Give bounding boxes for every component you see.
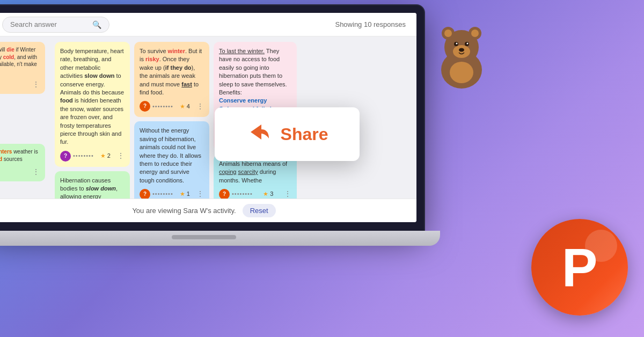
more-menu-icon[interactable]: ⋮ [196,189,204,199]
edge-card-2: sh winters weather is d food sources ★ 3… [0,144,45,181]
app-footer: You are viewing Sara W's activity. Reset [0,199,416,222]
star-icon: ★ [180,102,185,111]
ppt-circle: P [531,219,628,316]
card-survive-winter: To survive winter. But it is risky. Once… [134,42,209,117]
more-menu-icon[interactable]: ⋮ [196,101,204,112]
viewing-text: You are viewing Sara W's activity. [132,207,236,215]
search-input[interactable] [10,20,88,28]
avatar: ? [219,189,230,199]
svg-point-9 [456,43,458,45]
avatar: ? [140,101,150,112]
more-menu-icon[interactable]: ⋮ [32,79,40,90]
password-dots: •••••••• [73,152,94,160]
share-label: Share [281,124,328,144]
search-bar[interactable]: 🔍 [2,17,109,33]
powerpoint-logo: P [531,219,628,316]
more-menu-icon[interactable]: ⋮ [117,151,125,162]
svg-point-11 [459,48,464,52]
password-dots: •••••••• [152,102,173,111]
card-animals-hiberna: Animals hiberna means of coping scarcity… [214,155,297,199]
star-count: 1 [187,190,190,198]
card-body-temp: Body temperature, heart rate, breathing,… [55,42,130,167]
password-dots: •••••••• [152,190,173,198]
svg-point-10 [467,43,469,45]
share-icon [246,119,272,150]
card-hibernation-slow: Hibernation causes bodies to slow down, … [55,171,130,199]
card-column-1: Body temperature, heart rate, breathing,… [55,42,130,193]
more-menu-icon[interactable]: ⋮ [284,189,291,199]
app-header: 🔍 Showing 10 responses [0,13,416,36]
search-icon: 🔍 [92,20,101,29]
laptop-screen: 🔍 Showing 10 responses they will die if … [0,5,424,231]
star-badge: ★ 2 [100,152,111,160]
bear-character [429,16,494,91]
card-energy-saving: Without the energy saving of hibernation… [134,121,209,199]
star-count: 3 [270,190,273,198]
star-badge: ★ 1 [180,190,190,198]
svg-point-5 [471,30,479,37]
star-badge: ★ 3 [263,190,273,198]
reset-button[interactable]: Reset [243,204,276,217]
svg-point-12 [450,62,473,83]
password-dots: •••••••• [232,190,253,198]
edge-card-1: they will die if Winter is very cold, an… [0,42,45,94]
laptop-base [0,231,440,246]
card-column-2: To survive winter. But it is risky. Once… [134,42,209,193]
star-icon: ★ [263,190,268,198]
responses-count: Showing 10 responses [335,20,406,28]
avatar: ? [140,189,150,199]
svg-point-4 [444,30,452,37]
star-icon: ★ [100,152,106,160]
star-count: 2 [107,152,111,160]
star-count: 4 [187,102,190,111]
ppt-letter: P [562,240,598,294]
more-menu-icon[interactable]: ⋮ [32,167,40,177]
left-edge-area: they will die if Winter is very cold, an… [0,36,49,199]
share-popup: Share [215,107,360,161]
laptop-notch [172,235,236,239]
avatar: ? [60,151,71,162]
star-icon: ★ [180,190,185,198]
star-badge: ★ 4 [180,102,190,111]
